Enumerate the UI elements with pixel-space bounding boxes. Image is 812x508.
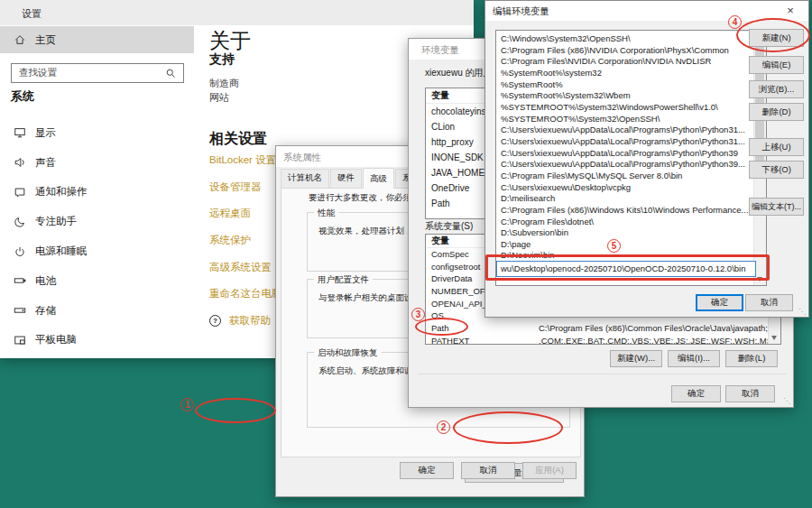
- search-icon[interactable]: [165, 68, 177, 79]
- tab-advanced[interactable]: 高级: [363, 168, 394, 189]
- link-rename-pc[interactable]: 重命名这台电脑: [209, 281, 282, 308]
- path-list-item[interactable]: C:\Users\xiexuewu\AppData\Local\Programs…: [496, 159, 756, 171]
- scroll-down-icon[interactable]: [757, 277, 762, 282]
- get-help-label: 获取帮助: [229, 314, 271, 328]
- sidebar-item-focus-assist[interactable]: 专注助手: [0, 207, 194, 236]
- tab-hardware[interactable]: 硬件: [330, 169, 362, 188]
- editenv-edit-button[interactable]: 编辑(E): [749, 56, 804, 74]
- path-list-item[interactable]: C:\Program Files\NVIDIA Corporation\NVID…: [496, 56, 756, 68]
- path-edit-input[interactable]: wu\Desktop\openocd-20250710\OpenOCD-2025…: [496, 261, 756, 277]
- editenv-move-down-button[interactable]: 下移(O): [749, 161, 804, 179]
- sidebar-item-label: 通知和操作: [35, 185, 88, 199]
- sidebar-item-label: 声音: [35, 156, 56, 170]
- path-list-item[interactable]: D:\Subversion\bin: [496, 227, 756, 239]
- annotation-step-1: 1: [180, 398, 194, 411]
- editenv-browse-button[interactable]: 浏览(B)...: [749, 80, 804, 98]
- home-icon: [14, 33, 26, 46]
- envvars-cancel-button[interactable]: 取消: [725, 385, 775, 402]
- link-system-protection[interactable]: 系统保护: [209, 227, 282, 254]
- settings-sidebar: 显示 声音 通知和操作 专注助手 电源和睡眠 电池: [0, 118, 194, 355]
- sidebar-item-label: 显示: [35, 126, 56, 140]
- sidebar-item-label: 电池: [35, 274, 56, 288]
- sidebar-item-label: 平板电脑: [35, 333, 77, 346]
- sidebar-item-notifications[interactable]: 通知和操作: [0, 178, 194, 208]
- storage-icon: [14, 304, 26, 317]
- envvars-edit-button[interactable]: 编辑(I)...: [668, 350, 720, 367]
- path-list-item[interactable]: C:\Users\xiexuewu\AppData\Local\Programs…: [496, 136, 756, 148]
- path-list-item[interactable]: C:\Users\xiexuewu\AppData\Local\Programs…: [496, 125, 756, 136]
- related-settings-heading: 相关设置: [209, 130, 267, 149]
- get-help-link[interactable]: ? 获取帮助: [209, 314, 271, 328]
- path-list-item[interactable]: %SystemRoot%\System32\Wbem: [496, 90, 756, 102]
- battery-icon: [14, 274, 26, 287]
- editenv-move-up-button[interactable]: 上移(U): [749, 138, 804, 156]
- link-bitlocker[interactable]: BitLocker 设置: [209, 147, 282, 174]
- envvars-title: 环境变量: [421, 44, 459, 57]
- sidebar-item-sound[interactable]: 声音: [0, 148, 194, 178]
- path-list-item[interactable]: D:\page: [496, 239, 756, 251]
- editenv-new-button[interactable]: 新建(N): [749, 29, 804, 47]
- path-list-item[interactable]: C:\Program Files\dotnet\: [496, 217, 756, 228]
- path-list-item[interactable]: C:\Program Files\MySQL\MySQL Server 8.0\…: [496, 171, 756, 182]
- link-remote-desktop[interactable]: 远程桌面: [209, 200, 282, 227]
- link-device-manager[interactable]: 设备管理器: [209, 174, 282, 201]
- link-advanced-system-settings[interactable]: 高级系统设置: [209, 254, 282, 281]
- sidebar-item-home[interactable]: 主页: [0, 26, 194, 53]
- edit-environment-variable-dialog: 编辑环境变量 × C:\Windows\System32\OpenSSH\ C:…: [484, 0, 809, 318]
- settings-titlebar: 设置: [0, 0, 474, 25]
- close-icon[interactable]: ×: [777, 1, 804, 20]
- resize-grip[interactable]: ⋱: [783, 398, 790, 405]
- tab-computer-name[interactable]: 计算机名: [281, 169, 329, 188]
- sidebar-item-label: 电源和睡眠: [35, 245, 88, 258]
- group-title: 启动和故障恢复: [314, 347, 382, 359]
- focus-assist-icon: [14, 216, 26, 228]
- path-list-item[interactable]: D:\meilisearch: [496, 193, 756, 205]
- support-item-manufacturer: 制造商: [209, 77, 239, 91]
- sysprops-apply-button[interactable]: 应用(A): [522, 462, 577, 479]
- editenv-edit-text-button[interactable]: 编辑文本(T)...: [749, 198, 804, 216]
- settings-search-input[interactable]: 查找设置: [11, 63, 184, 83]
- system-variables-label: 系统变量(S): [425, 220, 473, 233]
- path-list[interactable]: C:\Windows\System32\OpenSSH\ C:\Program …: [495, 30, 767, 286]
- path-list-item[interactable]: C:\Users\xiexuewu\Desktop\vcpkg: [496, 182, 756, 194]
- path-list-item[interactable]: %SystemRoot%: [496, 79, 756, 91]
- sidebar-item-battery[interactable]: 电池: [0, 266, 194, 296]
- envvars-delete-button[interactable]: 删除(L): [725, 350, 778, 367]
- sysprops-cancel-button[interactable]: 取消: [461, 462, 515, 479]
- sidebar-item-display[interactable]: 显示: [0, 118, 194, 148]
- tablet-icon: [14, 334, 26, 346]
- support-items: 制造商 网站: [209, 77, 239, 105]
- support-item-website: 网站: [209, 91, 239, 106]
- editenv-ok-button[interactable]: 确定: [696, 294, 743, 311]
- envvars-new-button[interactable]: 新建(W)...: [610, 350, 662, 367]
- list-item-path[interactable]: PathC:\Program Files (x86)\Common Files\…: [426, 322, 780, 335]
- path-list-item[interactable]: C:\Users\xiexuewu\AppData\Local\Programs…: [496, 148, 756, 160]
- sidebar-item-storage[interactable]: 存储: [0, 296, 194, 326]
- resize-grip[interactable]: ⋱: [798, 309, 806, 316]
- sidebar-item-label: 存储: [35, 304, 56, 318]
- path-list-item[interactable]: C:\Windows\System32\OpenSSH\: [496, 33, 756, 45]
- path-list-item[interactable]: %SYSTEMROOT%\System32\WindowsPowerShell\…: [496, 102, 756, 114]
- sound-icon: [14, 156, 26, 169]
- path-list-item[interactable]: C:\Program Files (x86)\NVIDIA Corporatio…: [496, 45, 756, 57]
- envvars-ok-button[interactable]: 确定: [671, 385, 721, 402]
- sidebar-home-label: 主页: [35, 33, 56, 47]
- editenv-cancel-button[interactable]: 取消: [745, 294, 793, 311]
- notifications-icon: [14, 186, 26, 199]
- desktop: 设置 主页 查找设置 系统 显示 声音 通知和操作: [0, 0, 812, 508]
- path-list-item[interactable]: %SYSTEMROOT%\System32\OpenSSH\: [496, 114, 756, 125]
- sidebar-item-label: 专注助手: [35, 215, 77, 228]
- path-list-item[interactable]: C:\Program Files (x86)\Windows Kits\10\W…: [496, 205, 756, 217]
- editenv-title: 编辑环境变量: [493, 5, 549, 18]
- sysprops-ok-button[interactable]: 确定: [400, 462, 454, 479]
- search-placeholder: 查找设置: [19, 67, 165, 79]
- display-icon: [14, 126, 26, 139]
- editenv-delete-button[interactable]: 删除(D): [749, 103, 804, 121]
- scroll-down-icon[interactable]: [771, 336, 777, 340]
- sidebar-item-tablet[interactable]: 平板电脑: [0, 326, 194, 356]
- path-list-item[interactable]: %SystemRoot%\system32: [496, 68, 756, 79]
- support-heading: 支持: [209, 51, 235, 68]
- sidebar-item-power-sleep[interactable]: 电源和睡眠: [0, 236, 194, 266]
- power-icon: [14, 245, 26, 258]
- group-title: 性能: [314, 208, 338, 219]
